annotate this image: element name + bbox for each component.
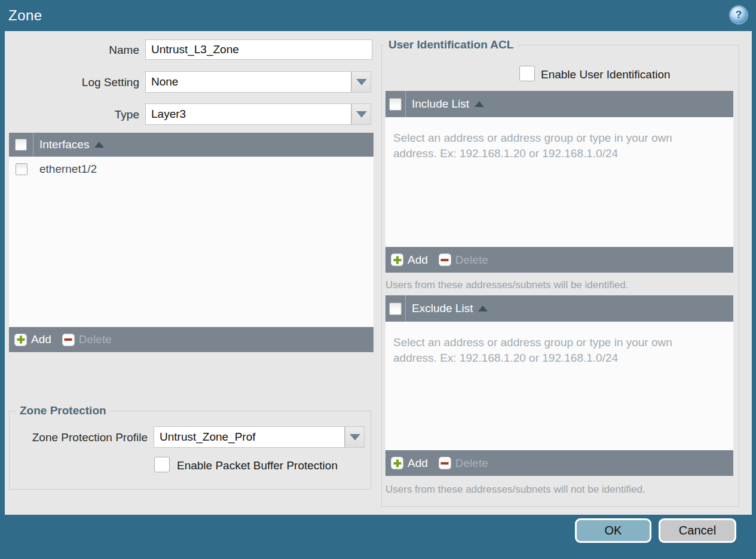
table-row[interactable]: ethernet1/2 bbox=[9, 157, 374, 182]
interface-name: ethernet1/2 bbox=[39, 163, 97, 176]
chevron-down-icon bbox=[356, 79, 367, 85]
include-add-button[interactable]: Add bbox=[391, 253, 428, 267]
exclude-list-column-header[interactable]: Exclude List bbox=[412, 302, 473, 315]
log-setting-dropdown-button[interactable] bbox=[351, 71, 371, 93]
name-value: Untrust_L3_Zone bbox=[151, 43, 239, 56]
add-button-label: Add bbox=[31, 333, 51, 346]
include-add-label: Add bbox=[408, 253, 428, 267]
dialog-title: Zone bbox=[8, 7, 42, 24]
log-setting-value: None bbox=[151, 75, 178, 88]
chevron-down-icon bbox=[356, 111, 367, 118]
placeholder-line: address. Ex: 192.168.1.20 or 192.168.1.0… bbox=[393, 146, 733, 161]
name-label: Name bbox=[0, 44, 139, 57]
zone-protection-fieldset bbox=[9, 411, 371, 490]
packet-buffer-protection-checkbox[interactable] bbox=[154, 457, 170, 472]
help-icon[interactable]: ? bbox=[730, 7, 747, 23]
interfaces-select-all-checkbox[interactable] bbox=[15, 139, 27, 151]
minus-icon bbox=[439, 457, 451, 469]
exclude-add-button[interactable]: Add bbox=[391, 457, 428, 470]
sort-ascending-icon[interactable] bbox=[475, 101, 484, 107]
placeholder-line: address. Ex: 192.168.1.20 or 192.168.1.0… bbox=[393, 350, 733, 366]
include-list-caption: Users from these addresses/subnets will … bbox=[385, 279, 628, 291]
include-list-footer: Add Delete bbox=[385, 247, 733, 273]
chevron-down-icon bbox=[350, 434, 360, 441]
zone-protection-profile-dropdown-button[interactable] bbox=[345, 426, 365, 448]
exclude-list-body[interactable]: Select an address or address group or ty… bbox=[385, 322, 733, 450]
type-select[interactable]: Layer3 bbox=[145, 103, 351, 125]
interfaces-select-all-cell bbox=[9, 133, 33, 157]
dialog-titlebar bbox=[0, 0, 756, 31]
exclude-list-placeholder: Select an address or address group or ty… bbox=[393, 335, 733, 366]
zone-protection-profile-value: Untrust_Zone_Prof bbox=[160, 430, 256, 444]
include-delete-label: Delete bbox=[455, 253, 488, 267]
include-select-all-checkbox[interactable] bbox=[389, 98, 402, 111]
exclude-list-caption: Users from these addresses/subnets will … bbox=[385, 484, 645, 496]
exclude-delete-button[interactable]: Delete bbox=[439, 457, 488, 470]
include-list-placeholder: Select an address or address group or ty… bbox=[393, 130, 733, 161]
include-list-header: Include List bbox=[385, 91, 733, 117]
placeholder-line: Select an address or address group or ty… bbox=[393, 130, 733, 146]
zone-protection-legend: Zone Protection bbox=[16, 404, 111, 417]
placeholder-line: Select an address or address group or ty… bbox=[393, 335, 733, 350]
exclude-select-all-checkbox[interactable] bbox=[389, 303, 402, 315]
include-list-body[interactable]: Select an address or address group or ty… bbox=[385, 117, 733, 247]
include-select-all-cell bbox=[385, 91, 406, 117]
plus-icon bbox=[391, 253, 403, 266]
enable-user-identification-label: Enable User Identification bbox=[541, 68, 671, 81]
type-dropdown-button[interactable] bbox=[351, 103, 371, 125]
zone-protection-profile-label: Zone Protection Profile bbox=[9, 431, 148, 444]
interfaces-table-header: Interfaces bbox=[9, 133, 374, 157]
log-setting-label: Log Setting bbox=[0, 76, 139, 89]
name-input[interactable]: Untrust_L3_Zone bbox=[145, 39, 372, 60]
exclude-list-footer: Add Delete bbox=[385, 450, 733, 476]
minus-icon bbox=[62, 334, 75, 346]
plus-icon bbox=[14, 334, 27, 346]
row-checkbox-cell bbox=[9, 163, 33, 175]
enable-user-identification-checkbox[interactable] bbox=[519, 66, 535, 81]
type-label: Type bbox=[0, 108, 139, 121]
exclude-delete-label: Delete bbox=[455, 457, 488, 470]
sort-ascending-icon[interactable] bbox=[94, 142, 104, 148]
packet-buffer-protection-label: Enable Packet Buffer Protection bbox=[177, 459, 338, 472]
zone-protection-profile-select[interactable]: Untrust_Zone_Prof bbox=[154, 426, 345, 448]
exclude-add-label: Add bbox=[408, 457, 428, 470]
interfaces-table-footer: Add Delete bbox=[9, 327, 374, 352]
user-id-acl-legend: User Identification ACL bbox=[384, 38, 518, 51]
minus-icon bbox=[439, 253, 451, 266]
plus-icon bbox=[391, 457, 403, 469]
delete-button-label: Delete bbox=[79, 333, 112, 346]
delete-interface-button[interactable]: Delete bbox=[62, 333, 112, 346]
include-list-column-header[interactable]: Include List bbox=[412, 97, 469, 111]
interfaces-table-body bbox=[9, 181, 374, 327]
include-delete-button[interactable]: Delete bbox=[439, 253, 488, 267]
ok-button[interactable]: OK bbox=[575, 518, 651, 543]
interfaces-column-header[interactable]: Interfaces bbox=[39, 138, 89, 151]
exclude-list-header: Exclude List bbox=[385, 295, 733, 322]
add-interface-button[interactable]: Add bbox=[14, 333, 51, 346]
cancel-button[interactable]: Cancel bbox=[659, 518, 736, 543]
interface-row-checkbox[interactable] bbox=[16, 163, 27, 175]
sort-ascending-icon[interactable] bbox=[478, 306, 488, 311]
log-setting-select[interactable]: None bbox=[145, 71, 351, 93]
exclude-select-all-cell bbox=[385, 295, 406, 322]
type-value: Layer3 bbox=[151, 108, 186, 121]
